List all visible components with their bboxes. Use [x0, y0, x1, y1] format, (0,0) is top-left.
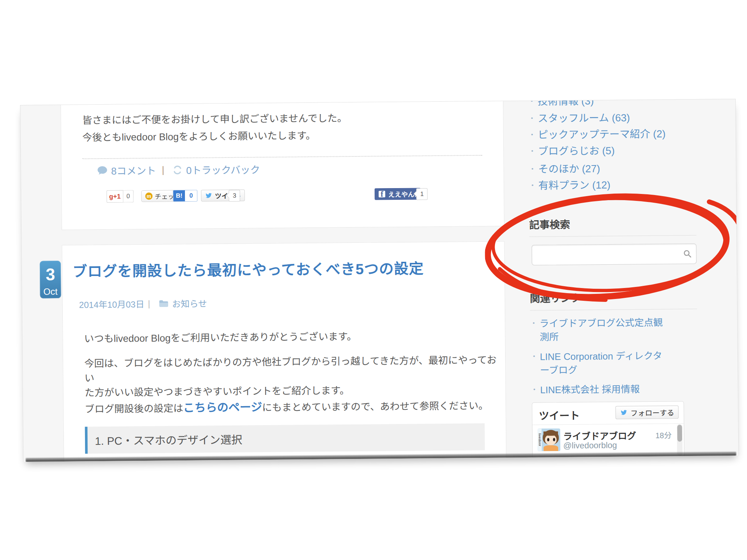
post-paragraph-2-line2: た方がいい設定やつまづきやすいポイントをご紹介します。	[85, 385, 350, 398]
post-date: 2014年10月03日	[79, 297, 144, 311]
twitter-widget: ツイート フォローする livedoor ライブドアブログ 18分 @lived…	[532, 401, 684, 458]
search-input[interactable]	[536, 245, 680, 263]
post-paragraph-2: 今回は、ブログをはじめたばかりの方や他社ブログから引っ越してきた方が、最初にやっ…	[84, 353, 506, 400]
post-paragraph-3: ブログ開設後の設定はこちらのページにもまとめていますので、あわせて参照ください。	[85, 397, 488, 418]
twitter-widget-header: ツイート フォローする	[532, 401, 684, 425]
date-badge: 3 Oct	[40, 261, 61, 299]
post-prev-line2: 今後ともlivedoor Blogをよろしくお願いいたします。	[82, 130, 316, 143]
twitter-widget-title: ツイート	[539, 408, 580, 423]
search-icon[interactable]	[683, 249, 692, 260]
bullet-icon: ・	[529, 131, 536, 139]
sidebar-item-paid-plan[interactable]: ・有料プラン (12)	[529, 179, 611, 192]
category-link-staff[interactable]: スタッフルーム (63)	[538, 112, 630, 124]
category-link[interactable]: お知らせ	[172, 297, 207, 310]
post-paragraph-2-line1: 今回は、ブログをはじめたばかりの方や他社ブログから引っ越してきた方が、最初にやっ…	[84, 355, 496, 384]
related-link-item[interactable]: ・ライブドアブログ公式定点観測所	[530, 316, 669, 344]
bullet-icon: ・	[529, 165, 536, 173]
section-heading-1-label: 1. PC・スマホのデザイン選択	[88, 431, 243, 448]
facebook-like-count: 1	[416, 188, 428, 200]
follow-button-label: フォローする	[630, 407, 674, 418]
date-badge-day: 3	[40, 264, 61, 284]
comment-bubble-icon	[97, 166, 107, 175]
gplus-count: 0	[123, 190, 134, 202]
gplus-button[interactable]: g+1 0	[107, 190, 133, 202]
category-link-tech[interactable]: 技術情報 (3)	[538, 99, 594, 107]
sidebar-item-blog-radio[interactable]: ・ブログらじお (5)	[529, 144, 615, 158]
date-badge-month: Oct	[40, 286, 61, 297]
facebook-like-label: ええやん!	[388, 189, 417, 199]
avatar-livedoor-text: livedoor	[538, 429, 542, 451]
sidebar-item-staff-room[interactable]: ・スタッフルーム (63)	[528, 111, 630, 125]
post-title[interactable]: ブログを開設したら最初にやっておくべき5つの設定	[73, 257, 424, 281]
bullet-icon: ・	[529, 147, 536, 155]
avatar-eye	[547, 438, 549, 441]
bullet-icon: ・	[530, 353, 538, 361]
article-search-box	[531, 244, 696, 265]
follow-button[interactable]: フォローする	[615, 405, 678, 419]
post-paragraph-1: いつもlivedoor Blogをご利用いただきありがとうございます。	[84, 328, 357, 348]
category-link-pickup[interactable]: ピックアップテーマ紹介 (2)	[538, 128, 666, 141]
bullet-icon: ・	[528, 99, 535, 105]
folder-icon	[159, 299, 169, 307]
mixi-icon: m	[145, 192, 152, 200]
hatena-bookmark-button[interactable]: B! 0	[173, 190, 198, 202]
social-buttons-row: g+1 0 m チェック B! 0 ツイート 3 f ええやん! 1	[62, 187, 504, 204]
sidebar-item-pickup-theme[interactable]: ・ピックアップテーマ紹介 (2)	[529, 128, 666, 141]
facebook-icon: f	[379, 191, 385, 197]
post-meta-row: 2014年10月03日 | お知らせ	[79, 297, 207, 311]
bullet-icon: ・	[528, 114, 535, 122]
post-paragraph-3-post: にもまとめていますので、あわせて参照ください。	[262, 400, 488, 413]
tweet-timestamp[interactable]: 18分	[655, 429, 672, 440]
post-card: 3 Oct ブログを開設したら最初にやっておくべき5つの設定 2014年10月0…	[62, 241, 506, 462]
related-links-list: ・ライブドアブログ公式定点観測所 ・LINE Corporation ディレクタ…	[530, 316, 669, 403]
related-link-line-recruit[interactable]: LINE株式会社 採用情報	[540, 384, 640, 395]
tweet-count: 3	[229, 190, 240, 202]
post-prev-line1: 皆さまにはご不便をお掛けして申し訳ございませんでした。	[82, 113, 347, 126]
trackback-link[interactable]: 0トラックバック	[186, 162, 260, 177]
dotted-divider	[82, 155, 482, 159]
inline-page-link[interactable]: こちらのページ	[183, 401, 262, 414]
comment-trackback-row: 8コメント | 0トラックバック	[97, 162, 260, 178]
twitter-bird-icon	[205, 192, 213, 199]
post-prev-text: 皆さまにはご不便をお掛けして申し訳ございませんでした。今後ともlivedoor …	[82, 110, 347, 146]
section-heading-1: 1. PC・スマホのデザイン選択	[85, 423, 485, 454]
sidebar-item-tech-info[interactable]: ・技術情報 (3)	[528, 99, 594, 108]
category-link-other[interactable]: そのほか (27)	[538, 163, 600, 175]
twitter-account-handle[interactable]: @livedoorblog	[563, 440, 617, 451]
bullet-icon: ・	[529, 182, 536, 190]
related-link-official[interactable]: ライブドアブログ公式定点観測所	[539, 317, 663, 343]
meta-pipe: |	[162, 164, 164, 176]
related-link-item[interactable]: ・LINE株式会社 採用情報	[531, 382, 669, 397]
hatena-count: 0	[185, 190, 197, 202]
related-link-item[interactable]: ・LINE Corporation ディレクターブログ	[530, 349, 669, 377]
post-meta-pipe: |	[148, 298, 150, 308]
sidebar-category-list: ・技術情報 (3) ・スタッフルーム (63) ・ピックアップテーマ紹介 (2)…	[528, 100, 703, 101]
avatar[interactable]: livedoor	[538, 428, 561, 451]
related-link-line-director[interactable]: LINE Corporation ディレクターブログ	[540, 350, 662, 376]
trackback-icon	[172, 165, 182, 175]
avatar-shirt	[543, 445, 558, 451]
comments-link[interactable]: 8コメント	[111, 163, 156, 178]
gplus-label[interactable]: g+1	[107, 190, 123, 203]
category-link-paid[interactable]: 有料プラン (12)	[538, 179, 611, 191]
post-prev-card: 皆さまにはご不便をお掛けして申し訳ございませんでした。今後ともlivedoor …	[61, 100, 504, 230]
avatar-eye	[553, 438, 555, 441]
bullet-icon: ・	[531, 386, 538, 394]
bullet-icon: ・	[530, 319, 537, 327]
search-section-title: 記事検索	[529, 215, 696, 237]
hatena-icon: B!	[173, 190, 185, 202]
scrollbar-thumb[interactable]	[677, 425, 682, 442]
sidebar-item-other[interactable]: ・そのほか (27)	[529, 162, 600, 176]
category-link-radio[interactable]: ブログらじお (5)	[538, 145, 615, 157]
related-links-title: 関連リンク	[530, 289, 697, 311]
blog-page: 皆さまにはご不便をお掛けして申し訳ございませんでした。今後ともlivedoor …	[20, 99, 739, 462]
post-paragraph-3-pre: ブログ開設後の設定は	[85, 403, 183, 415]
twitter-bird-icon	[620, 409, 628, 416]
